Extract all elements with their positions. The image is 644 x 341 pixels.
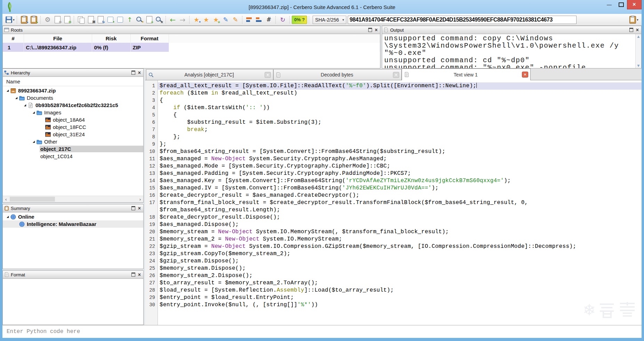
- extract-button[interactable]: ↑: [125, 15, 134, 24]
- minimize-button[interactable]: —: [603, 0, 615, 9]
- code-line: $from_base64_string_result.Length);: [158, 206, 642, 214]
- line-number: 11: [145, 155, 158, 163]
- copy-hash-button[interactable]: ▾: [629, 15, 638, 24]
- forward-button[interactable]: →: [178, 15, 187, 24]
- hscroll-thumb[interactable]: [10, 197, 55, 202]
- hierarchy-panel-title: Hierarchy: [11, 70, 130, 75]
- scroll-down-icon[interactable]: ▼: [637, 64, 640, 67]
- code-token: 'rYCDvAfAeZYTmiLeZKnw0z4us9jgkCckB7mS60q…: [346, 178, 504, 184]
- maximize-button[interactable]: [615, 0, 627, 9]
- clear-search-button[interactable]: ×: [154, 15, 163, 24]
- reload-button[interactable]: ↻: [96, 15, 105, 24]
- tab-close-button[interactable]: ×: [522, 72, 528, 78]
- summary-tree-item[interactable]: ◢Online: [3, 213, 143, 220]
- summary-close-button[interactable]: ×: [138, 206, 141, 211]
- annotate-blue-button[interactable]: ✎: [221, 15, 230, 24]
- file-settings-add-button[interactable]: ⚙: [63, 15, 72, 24]
- code-editor[interactable]: 1234567891011121314151617181920212223242…: [145, 80, 642, 325]
- hierarchy-hscrollbar[interactable]: ‹ ›: [3, 196, 143, 202]
- code-line: $memory_stream_2 = New-Object System.IO.…: [158, 236, 642, 243]
- expander-icon[interactable]: ◢: [5, 215, 10, 218]
- code-token: )): [263, 105, 270, 111]
- search-key-button[interactable]: •: [135, 15, 144, 24]
- code-line: $entry_point = $load_result.EntryPoint;: [158, 294, 642, 301]
- roots-float-button[interactable]: [368, 28, 372, 32]
- hierarchy-tree-item[interactable]: object_31E24: [3, 131, 143, 138]
- number-format-button[interactable]: #: [264, 15, 273, 24]
- back-button[interactable]: ←: [168, 15, 177, 24]
- output-scrollbar[interactable]: ▲ ▼: [635, 34, 641, 68]
- close-button[interactable]: ×: [627, 0, 642, 9]
- copy-button[interactable]: [77, 15, 86, 24]
- table-row[interactable]: 1C:\...\8992366347.zip0% (f)ZIP: [3, 43, 380, 52]
- add-file-button[interactable]: +: [145, 15, 154, 24]
- expander-icon[interactable]: ◢: [5, 89, 10, 92]
- layout-top-button[interactable]: [245, 15, 254, 24]
- summary-tree-item[interactable]: Intelligence: MalwareBazaar: [3, 220, 143, 228]
- hierarchy-tree-item[interactable]: ◢8992366347.zip: [3, 87, 143, 94]
- summary-float-button[interactable]: [131, 206, 135, 210]
- tree-label-wrap: 8992366347.zip: [17, 87, 143, 94]
- settings-button[interactable]: ⚙: [43, 15, 52, 24]
- paste-scan-button[interactable]: ↘: [29, 15, 38, 24]
- tree-label-wrap: object_217C: [40, 146, 143, 152]
- hierarchy-tree-item[interactable]: object_18FCC: [3, 123, 143, 131]
- hscroll-left-icon[interactable]: ‹: [3, 197, 9, 202]
- layout-bottom-button[interactable]: [255, 15, 264, 24]
- hscroll-right-icon[interactable]: ›: [137, 197, 143, 202]
- hierarchy-tree-item[interactable]: object_1C014: [3, 153, 143, 160]
- risk-badge[interactable]: 0% ?: [292, 16, 307, 24]
- file-settings-button[interactable]: ⚙: [53, 15, 62, 24]
- roots-close-button[interactable]: ×: [375, 27, 378, 32]
- hash-value-field[interactable]: [348, 16, 577, 24]
- hash-algo-select[interactable]: SHA-2/256▾: [313, 16, 346, 24]
- tab-close-button[interactable]: ×: [393, 72, 399, 78]
- output-panel-title: Output: [390, 27, 628, 33]
- roots-panel: Roots × #FileRiskFormat1C:\...\899236634…: [2, 26, 380, 68]
- format-close-button[interactable]: ×: [138, 272, 141, 277]
- hierarchy-tree-item[interactable]: ◢0b93b5287841cef2c6b2f2c3221c5: [3, 102, 143, 109]
- code-content[interactable]: $read_all_text_result = [System.IO.File]…: [158, 80, 642, 325]
- code-line: $to_array_result = $memory_stream_2.ToAr…: [158, 279, 642, 287]
- bookmark-globe-button[interactable]: ★•: [192, 15, 201, 24]
- tab-decoded-bytes[interactable]: Decoded bytes×: [273, 69, 402, 80]
- paste-open-button[interactable]: ↘: [19, 15, 29, 24]
- hierarchy-tree-item[interactable]: ◢Other: [3, 138, 143, 145]
- output-float-button[interactable]: [629, 28, 633, 32]
- hierarchy-tree-item[interactable]: object_18A64: [3, 116, 143, 123]
- history-button[interactable]: ↻: [278, 15, 287, 24]
- summary-panel-titlebar: Summary ×: [3, 204, 143, 212]
- hierarchy-float-button[interactable]: [131, 71, 135, 75]
- save-button[interactable]: ▾: [6, 15, 15, 24]
- summary-panel-title: Summary: [11, 206, 130, 211]
- expander-icon[interactable]: ◢: [14, 96, 19, 99]
- hierarchy-tree-item[interactable]: object_217C: [3, 145, 143, 153]
- python-input[interactable]: [2, 328, 642, 335]
- code-token: $aes_managed.IV = [System.Convert]::From…: [160, 185, 342, 191]
- line-number: 9: [145, 141, 158, 148]
- code-token: $aes_managed.Mode = [System.Security.Cry…: [160, 163, 390, 169]
- select-all-button[interactable]: [115, 15, 124, 24]
- select-range-button[interactable]: •: [106, 15, 115, 24]
- bookmark-add-button[interactable]: ★+: [211, 15, 220, 24]
- code-token: $to_array_result = $memory_stream_2.ToAr…: [160, 280, 318, 286]
- tab-analysis-object-217c-[interactable]: Analysis [object_217C]×: [146, 69, 273, 80]
- annotate-blue-button-icon: ✎: [223, 17, 228, 23]
- output-close-button[interactable]: ×: [636, 27, 639, 32]
- hex-view-button[interactable]: H: [86, 15, 95, 24]
- expander-icon[interactable]: ◢: [22, 104, 28, 107]
- format-float-button[interactable]: [131, 273, 135, 277]
- scroll-up-icon[interactable]: ▲: [637, 35, 640, 38]
- code-token: $create_decryptor_result = $aes_managed.…: [160, 192, 359, 198]
- code-token: ':: ': [246, 105, 263, 111]
- tab-text-view-1[interactable]: Text view 1×: [402, 68, 531, 80]
- code-token: $entry_point = $load_result.EntryPoint;: [160, 294, 294, 301]
- bookmark-button[interactable]: ★: [202, 15, 211, 24]
- hierarchy-tree-item[interactable]: ◢Images: [3, 109, 143, 116]
- hierarchy-close-button[interactable]: ×: [138, 70, 141, 75]
- hierarchy-tree-item[interactable]: ◢Documents: [3, 94, 143, 102]
- annotate-orange-button[interactable]: ✎: [231, 15, 240, 24]
- expander-icon[interactable]: ◢: [31, 140, 37, 143]
- tab-close-button[interactable]: ×: [265, 72, 271, 78]
- expander-icon[interactable]: ◢: [31, 111, 37, 114]
